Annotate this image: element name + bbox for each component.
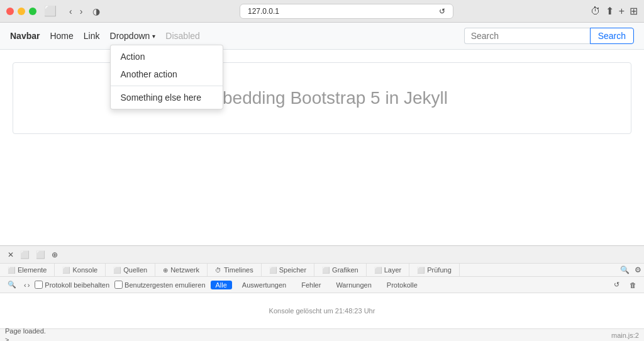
- devtools-tab-konsole-label: Konsole: [72, 266, 97, 274]
- devtools-tabs: ⬜ Elemente ⬜ Konsole ⬜ Quellen ⊕ Netzwer…: [0, 264, 644, 277]
- navbar-search: Search: [464, 28, 634, 44]
- timelines-icon: ⏱: [215, 267, 221, 274]
- devtools-tab-elemente[interactable]: ⬜ Elemente: [0, 264, 55, 276]
- graphics-icon: ⬜: [322, 267, 330, 274]
- filter-protokolle-button[interactable]: Protokolle: [382, 281, 423, 289]
- dropdown-menu: Action Another action Something else her…: [110, 45, 223, 109]
- back-button[interactable]: ‹: [67, 5, 75, 18]
- devtools-tab-netzwerk-label: Netzwerk: [170, 266, 199, 274]
- sidebar-toggle-button[interactable]: ⬜: [44, 5, 57, 17]
- address-bar-wrapper: 127.0.0.1 ↺: [108, 4, 585, 19]
- network-icon: ⊕: [163, 267, 168, 274]
- browser-titlebar: ⬜ ‹ › ◑ 127.0.0.1 ↺ ⏱ ⬆ + ⊞: [0, 0, 644, 23]
- devtools-tab-layer[interactable]: ⬜ Layer: [367, 264, 410, 276]
- dropdown-divider: [111, 86, 223, 86]
- url-text: 127.0.0.1: [248, 7, 279, 16]
- reload-console-button[interactable]: ↺: [611, 279, 622, 290]
- browser-actions: ⏱ ⬆ + ⊞: [591, 5, 638, 17]
- devtools-settings-button[interactable]: ⚙: [632, 264, 644, 276]
- dropdown-item-another-action[interactable]: Another action: [111, 65, 223, 83]
- devtools-close-button[interactable]: ✕: [5, 249, 16, 260]
- search-button[interactable]: Search: [590, 28, 634, 44]
- devtools-tab-speicher[interactable]: ⬜ Speicher: [262, 264, 314, 276]
- preserve-log-label: Protokoll beibehalten: [45, 281, 109, 289]
- preserve-log-checkbox[interactable]: Protokoll beibehalten: [35, 281, 109, 289]
- devtools-tab-grafiken-label: Grafiken: [332, 266, 358, 274]
- filter-warnungen-button[interactable]: Warnungen: [331, 281, 376, 289]
- grid-button[interactable]: ⊞: [630, 5, 638, 17]
- devtools-inspect-button[interactable]: ⊕: [49, 249, 60, 260]
- devtools-footer: Page loaded. > main.js:2: [0, 328, 644, 341]
- devtools-tab-timelines[interactable]: ⏱ Timelines: [208, 264, 262, 276]
- dropdown-wrapper: Dropdown ▾ Action Another action Somethi…: [110, 28, 156, 43]
- console-icon: ⬜: [62, 267, 70, 274]
- devtools-tab-quellen[interactable]: ⬜ Quellen: [106, 264, 155, 276]
- storage-icon: ⬜: [269, 267, 277, 274]
- forward-button[interactable]: ›: [77, 5, 86, 18]
- filter-nav-back[interactable]: ‹: [24, 281, 26, 289]
- main-js-reference: main.js:2: [611, 332, 639, 339]
- dropdown-item-action[interactable]: Action: [111, 48, 223, 65]
- filter-auswertungen-button[interactable]: Auswertungen: [237, 281, 291, 289]
- devtools-panel: ✕ ⬜ ⬜ ⊕ ⬜ Elemente ⬜ Konsole ⬜ Quellen ⊕…: [0, 245, 644, 341]
- devtools-tab-elemente-label: Elemente: [18, 266, 47, 274]
- share-button[interactable]: ⬆: [606, 5, 614, 17]
- devtools-detach-button[interactable]: ⬜: [18, 249, 32, 260]
- dropdown-item-something-else[interactable]: Something else here: [111, 89, 223, 106]
- devtools-tab-pruefung[interactable]: ⬜ Prüfung: [409, 264, 460, 276]
- preserve-log-input[interactable]: [35, 281, 43, 289]
- traffic-lights: [6, 8, 36, 15]
- page-wrapper: Navbar Home Link Dropdown ▾ Action Anoth…: [0, 23, 644, 341]
- filter-alle-button[interactable]: Alle: [211, 281, 232, 289]
- nav-link-disabled: Disabled: [165, 28, 199, 43]
- theme-toggle-button[interactable]: ◑: [90, 5, 103, 18]
- devtools-tab-timelines-label: Timelines: [224, 266, 253, 274]
- nav-link-link[interactable]: Link: [84, 28, 100, 43]
- devtools-tab-quellen-label: Quellen: [123, 266, 147, 274]
- emulate-gesture-label: Benutzergesten emulieren: [125, 281, 205, 289]
- dropdown-toggle-button[interactable]: Dropdown ▾: [110, 28, 156, 43]
- devtools-console-content: Konsole gelöscht um 21:48:23 Uhr: [0, 293, 644, 328]
- devtools-tab-grafiken[interactable]: ⬜ Grafiken: [314, 264, 367, 276]
- devtools-dock-button[interactable]: ⬜: [33, 249, 48, 260]
- page-title: Embedding Bootstrap 5 in Jekyll: [196, 88, 448, 108]
- sources-icon: ⬜: [113, 267, 121, 274]
- emulate-gesture-input[interactable]: [114, 281, 123, 289]
- devtools-tab-konsole[interactable]: ⬜ Konsole: [55, 264, 106, 276]
- emulate-gesture-checkbox[interactable]: Benutzergesten emulieren: [114, 281, 205, 289]
- address-bar[interactable]: 127.0.0.1 ↺: [240, 4, 453, 19]
- audit-icon: ⬜: [417, 267, 425, 274]
- console-cleared-text: Konsole gelöscht um 21:48:23 Uhr: [269, 307, 375, 315]
- maximize-button[interactable]: [29, 8, 36, 15]
- page-content: Embedding Bootstrap 5 in Jekyll: [0, 50, 644, 245]
- devtools-tab-pruefung-label: Prüfung: [427, 266, 452, 274]
- browser-nav-controls: ‹ ›: [67, 5, 85, 18]
- filter-nav-forward[interactable]: ›: [28, 281, 30, 289]
- close-button[interactable]: [6, 8, 14, 15]
- filter-fehler-button[interactable]: Fehler: [296, 281, 326, 289]
- filter-nav: ‹ ›: [24, 281, 30, 289]
- chevron-down-icon: ▾: [152, 33, 155, 40]
- devtools-search-button[interactable]: 🔍: [618, 264, 632, 276]
- devtools-toolbar: ✕ ⬜ ⬜ ⊕: [0, 246, 644, 264]
- devtools-tab-layer-label: Layer: [384, 266, 402, 274]
- reload-icon[interactable]: ↺: [439, 7, 445, 16]
- devtools-tab-speicher-label: Speicher: [279, 266, 306, 274]
- search-input[interactable]: [464, 28, 590, 44]
- clear-console-button[interactable]: 🗑: [627, 280, 639, 290]
- filter-icon[interactable]: 🔍: [5, 279, 19, 290]
- devtools-tab-netzwerk[interactable]: ⊕ Netzwerk: [155, 264, 208, 276]
- console-prompt[interactable]: >: [5, 336, 46, 342]
- bootstrap-navbar: Navbar Home Link Dropdown ▾ Action Anoth…: [0, 23, 644, 50]
- elements-icon: ⬜: [8, 267, 15, 274]
- minimize-button[interactable]: [18, 8, 25, 15]
- nav-link-home[interactable]: Home: [50, 28, 73, 43]
- devtools-sub-toolbar: 🔍 ‹ › Protokoll beibehalten Benutzergest…: [0, 277, 644, 293]
- history-button[interactable]: ⏱: [591, 6, 601, 17]
- navbar-brand: Navbar: [10, 31, 40, 41]
- page-content-inner: Embedding Bootstrap 5 in Jekyll: [13, 62, 631, 134]
- new-tab-button[interactable]: +: [619, 6, 625, 17]
- dropdown-label: Dropdown: [110, 31, 150, 41]
- layers-icon: ⬜: [374, 267, 382, 274]
